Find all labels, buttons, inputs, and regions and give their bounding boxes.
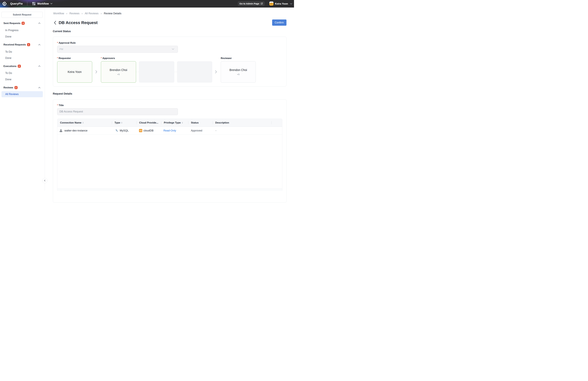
svg-text:aws: aws — [140, 130, 142, 131]
